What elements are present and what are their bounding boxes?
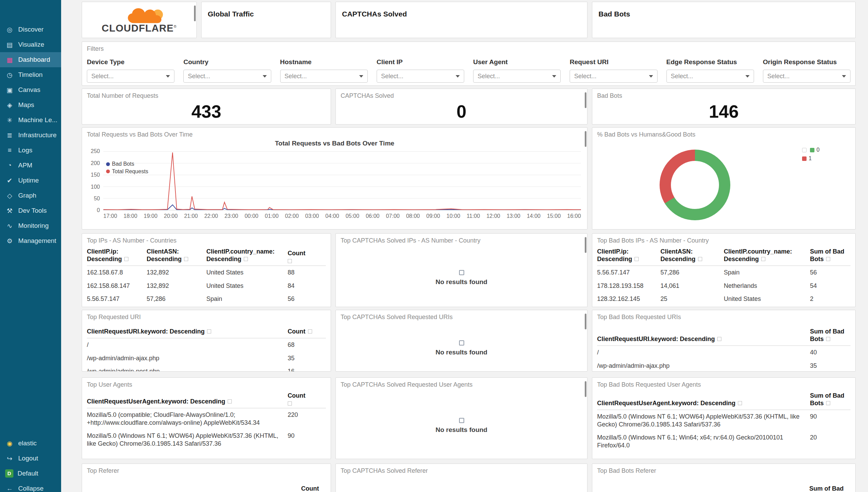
filter-select-hostname[interactable]: Select... [280, 70, 368, 83]
sort-icon[interactable] [698, 257, 702, 261]
sort-icon[interactable] [826, 337, 830, 341]
filter-select-user-agent[interactable]: Select... [473, 70, 561, 83]
panel-title: Top Referer [82, 464, 331, 475]
filter-label: Client IP [377, 58, 464, 66]
sidebar-item-dashboard[interactable]: ▦Dashboard [0, 52, 61, 67]
sidebar-item-visualize[interactable]: ▤Visualize [0, 37, 61, 52]
sidebar-item-timelion[interactable]: ◷Timelion [0, 67, 61, 82]
sort-icon[interactable] [124, 257, 128, 261]
column-header-count[interactable]: Count [288, 390, 326, 408]
filter-select-device-type[interactable]: Select... [87, 70, 174, 83]
sidebar-bottom-nav: ◉elastic↪LogoutDDefault←Collapse [0, 436, 61, 492]
sort-icon[interactable] [717, 337, 721, 341]
cloudflare-wordmark: CLOUDFLARE® [102, 23, 177, 34]
scrollbar-thumb[interactable] [194, 5, 196, 21]
sort-icon[interactable] [184, 257, 188, 261]
sidebar-item-default[interactable]: DDefault [0, 466, 61, 481]
scrollbar-thumb[interactable] [585, 314, 586, 329]
table-row: 162.158.68.147132,892United States84 [87, 279, 326, 293]
sidebar-item-maps[interactable]: ◈Maps [0, 97, 61, 113]
donut-chart[interactable] [660, 150, 730, 220]
x-tick-label: 09:00 [426, 213, 440, 219]
panel-top-bad-bot-uri: Top Bad Bots Requested URIs ClientReques… [592, 310, 856, 372]
column-header-clientrequestuseragent-keyword-descending[interactable]: ClientRequestUserAgent.keyword: Descendi… [597, 390, 810, 410]
panel-top-user-agents: Top User Agents ClientRequestUserAgent.k… [82, 377, 331, 459]
filter-select-client-ip[interactable]: Select... [377, 70, 464, 83]
sidebar-item-label: Discover [18, 26, 44, 33]
x-tick-label: 05:00 [345, 213, 359, 219]
sort-icon[interactable] [308, 329, 312, 333]
column-header-sum-of-bad[interactable]: Sum of Bad [809, 485, 844, 492]
sidebar-item-logs[interactable]: ≡Logs [0, 143, 61, 158]
sort-icon[interactable] [244, 257, 248, 261]
column-header-clientip-ip-descending[interactable]: ClientIP.ip: Descending [87, 246, 147, 266]
sort-icon[interactable] [761, 257, 765, 261]
sidebar-item-uptime[interactable]: ✔Uptime [0, 173, 61, 188]
column-header-count[interactable]: Count [288, 246, 326, 266]
sort-icon[interactable] [228, 399, 232, 403]
panel-title: Top Bad Bots Referer [592, 464, 855, 475]
no-results: No results found [336, 325, 587, 371]
filter-select-origin-response-status[interactable]: Select... [763, 70, 850, 83]
column-header-count[interactable]: Count [301, 485, 319, 492]
sort-icon[interactable] [288, 259, 292, 263]
column-header-sum-of-bad-bots[interactable]: Sum of Bad Bots [810, 390, 850, 410]
select-value: Select... [91, 73, 114, 80]
table-cell: 20 [810, 431, 850, 452]
table-cell: Mozilla/5.0 (Windows NT 6.1; Win64; x64;… [597, 431, 810, 452]
sidebar-item-dev-tools[interactable]: ⚒Dev Tools [0, 203, 61, 218]
column-header-clientrequestuseragent-keyword-descending[interactable]: ClientRequestUserAgent.keyword: Descendi… [87, 390, 288, 408]
column-header-clientip-country-name-descending[interactable]: ClientIP.country_name: Descending [206, 246, 288, 266]
filter-select-request-uri[interactable]: Select... [570, 70, 657, 83]
sidebar-item-management[interactable]: ⚙Management [0, 233, 61, 248]
column-header-clientrequesturi-keyword-descending[interactable]: ClientRequestURI.keyword: Descending [597, 326, 810, 345]
column-header-clientasn-descending[interactable]: ClientASN: Descending [661, 246, 724, 266]
panel-title: Top Bad Bots Requested URIs [592, 310, 855, 321]
sort-icon[interactable] [635, 257, 639, 261]
column-header-clientasn-descending[interactable]: ClientASN: Descending [147, 246, 206, 266]
table-row: /40 [597, 346, 850, 359]
visualization-placeholder-icon [459, 418, 464, 423]
column-header-count[interactable]: Count [288, 326, 326, 338]
sidebar-item-graph[interactable]: ◇Graph [0, 188, 61, 203]
logout-icon: ↪ [5, 455, 14, 462]
sidebar-item-collapse[interactable]: ←Collapse [0, 481, 61, 492]
sidebar-item-apm[interactable]: ◔APM [0, 158, 61, 173]
sort-icon[interactable] [738, 401, 742, 405]
legend-item-total-requests[interactable]: Total Requests [106, 168, 148, 175]
sidebar-item-logout[interactable]: ↪Logout [0, 451, 61, 466]
sidebar-item-discover[interactable]: ◎Discover [0, 22, 61, 37]
scrollbar-thumb[interactable] [585, 381, 586, 397]
panel-top-captcha-user-agents: Top CAPTCHAs Solved Requested User Agent… [335, 377, 587, 459]
donut-legend-item-0[interactable]: 0 [802, 147, 820, 153]
legend-item-bad-bots[interactable]: Bad Bots [106, 160, 148, 168]
sidebar-item-machine-le[interactable]: ✳Machine Le... [0, 113, 61, 128]
sidebar-nav: ◎Discover▤Visualize▦Dashboard◷Timelion▣C… [0, 0, 61, 248]
scrollbar-thumb[interactable] [585, 131, 586, 147]
filter-select-edge-response-status[interactable]: Select... [666, 70, 754, 83]
sort-icon[interactable] [288, 401, 292, 406]
table-cell: 5.56.57.147 [87, 292, 147, 306]
sort-icon[interactable] [826, 257, 830, 261]
panel-top-captcha-referer: Top CAPTCHAs Solved Referer [335, 464, 587, 492]
donut-legend-item-1[interactable]: 1 [802, 155, 820, 162]
column-header-clientrequesturi-keyword-descending[interactable]: ClientRequestURI.keyword: Descending [87, 326, 288, 338]
column-header-sum-of-bad-bots[interactable]: Sum of Bad Bots [810, 326, 850, 345]
sidebar-item-infrastructure[interactable]: ≣Infrastructure [0, 128, 61, 143]
sidebar-item-monitoring[interactable]: ∿Monitoring [0, 218, 61, 233]
column-header-sum-of-bad-bots[interactable]: Sum of Bad Bots [810, 246, 850, 266]
sort-icon[interactable] [207, 329, 211, 333]
sidebar-item-elastic[interactable]: ◉elastic [0, 436, 61, 451]
no-results: No results found [336, 249, 587, 307]
column-header-clientip-ip-descending[interactable]: ClientIP.ip: Descending [597, 246, 661, 266]
scrollbar-thumb[interactable] [585, 237, 586, 253]
filter-country: CountrySelect... [183, 56, 271, 83]
filter-request-uri: Request URISelect... [570, 56, 657, 83]
table-cell: Mozilla/5.0 (Windows NT 6.1; WOW64) Appl… [87, 429, 288, 450]
scrollbar-thumb[interactable] [585, 92, 586, 108]
column-header-clientip-country-name-descending[interactable]: ClientIP.country_name: Descending [724, 246, 810, 266]
filter-select-country[interactable]: Select... [183, 70, 271, 83]
dashboard-grid-icon: ▦ [5, 56, 14, 64]
sidebar-item-canvas[interactable]: ▣Canvas [0, 82, 61, 97]
sort-icon[interactable] [826, 401, 830, 405]
